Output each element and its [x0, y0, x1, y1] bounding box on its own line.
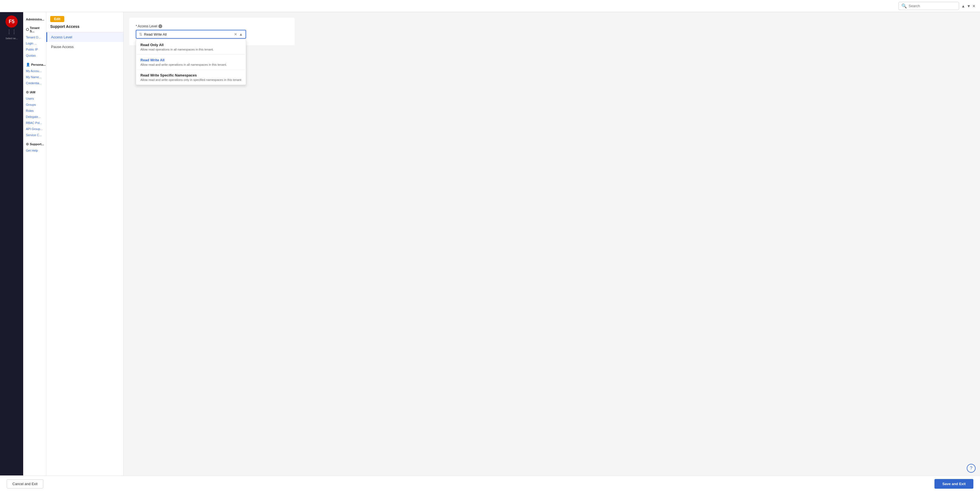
panel-nav-pause-access[interactable]: Pause Access [46, 42, 123, 52]
tenant-icon: ⬡ [26, 28, 29, 32]
sidebar-item-rbac-policies[interactable]: RBAC Pol... [23, 120, 46, 126]
search-icon: 🔍 [901, 3, 907, 8]
sidebar-item-my-namespaces[interactable]: My Name... [23, 74, 46, 80]
search-input[interactable] [908, 4, 956, 8]
top-bar-icons: ▲ ▼ ✕ [961, 4, 975, 8]
top-bar: 🔍 ▲ ▼ ✕ [0, 0, 980, 12]
info-icon[interactable]: i [158, 24, 162, 28]
option-read-only-all-desc: Allow read operations in all namespaces … [140, 48, 242, 51]
dropdown-option-read-only-all[interactable]: Read Only All Allow read operations in a… [136, 40, 246, 55]
personal-section: 👤 Persona... My Accou... My Name... Cred… [23, 61, 46, 86]
admin-header: Administra... [23, 16, 46, 22]
chevron-up-select-icon[interactable]: ▲ [239, 32, 243, 37]
sidebar-item-get-help[interactable]: Get Help [23, 147, 46, 153]
sidebar-item-users[interactable]: Users [23, 96, 46, 102]
left-nav: Administra... ⬡ Tenant S... Tenant O... … [23, 12, 46, 475]
cancel-button[interactable]: Cancel and Exit [6, 479, 43, 489]
dropdown-menu: Read Only All Allow read operations in a… [136, 39, 246, 85]
svg-text:F5: F5 [8, 19, 14, 24]
iam-section: ⊙ IAM Users Groups Roles Delegate... RBA… [23, 89, 46, 138]
dropdown-option-read-write-all[interactable]: Read Write All Allow read and write oper… [136, 55, 246, 70]
option-read-only-all-title: Read Only All [140, 43, 242, 47]
sidebar-item-roles[interactable]: Roles [23, 108, 46, 114]
personal-section-header: 👤 Persona... [23, 61, 46, 68]
option-read-write-specific-title: Read Write Specific Namespaces [140, 73, 242, 77]
sidebar-item-delegated-roles[interactable]: Delegate... [23, 114, 46, 120]
tenant-section: ⬡ Tenant S... Tenant O... Login ... Publ… [23, 25, 46, 59]
close-icon[interactable]: ✕ [972, 4, 975, 8]
main-content: * Access Level i ⇅ Read Write All ✕ ▲ Re… [124, 12, 980, 475]
panel-nav-access-level[interactable]: Access Level [46, 32, 123, 42]
sidebar-item-api-groups[interactable]: API Group... [23, 126, 46, 132]
sidebar: F5 ⋮⋮ Select se... [0, 12, 23, 475]
dropdown-option-read-write-specific[interactable]: Read Write Specific Namespaces Allow rea… [136, 70, 246, 85]
chevron-up-icon[interactable]: ▲ [961, 4, 965, 8]
select-input-display[interactable]: ⇅ Read Write All ✕ ▲ [136, 30, 246, 39]
support-section: ⊙ Support... Get Help [23, 141, 46, 153]
select-arrows-icon: ⇅ [139, 32, 142, 37]
edit-button[interactable]: Edit [50, 16, 64, 22]
option-read-write-all-title: Read Write All [140, 58, 242, 62]
iam-icon: ⊙ [26, 90, 29, 94]
sidebar-item-tenant-overview[interactable]: Tenant O... [23, 34, 46, 40]
support-access-panel: Edit Support Access Access Level Pause A… [46, 12, 124, 475]
sidebar-item-my-account[interactable]: My Accou... [23, 68, 46, 74]
tenant-section-header: ⬡ Tenant S... [23, 25, 46, 34]
form-area: * Access Level i ⇅ Read Write All ✕ ▲ Re… [129, 18, 295, 45]
sidebar-item-groups[interactable]: Groups [23, 102, 46, 108]
support-icon: ⊙ [26, 142, 29, 146]
sidebar-item-public-ip[interactable]: Public IP [23, 46, 46, 53]
sidebar-item-service-credentials[interactable]: Service C... [23, 132, 46, 138]
sidebar-select-label: Select se... [6, 37, 18, 40]
access-level-label: * Access Level i [136, 24, 288, 28]
iam-section-header: ⊙ IAM [23, 89, 46, 96]
support-section-header: ⊙ Support... [23, 141, 46, 147]
chevron-down-icon[interactable]: ▼ [967, 4, 970, 8]
clear-icon[interactable]: ✕ [234, 32, 237, 37]
grid-icon[interactable]: ⋮⋮ [6, 29, 17, 35]
main-layout: F5 ⋮⋮ Select se... Administra... ⬡ Tenan… [0, 12, 980, 475]
sidebar-item-credentials[interactable]: Credentia... [23, 80, 46, 86]
help-icon[interactable]: ? [967, 464, 975, 473]
option-read-write-specific-desc: Allow read and write operations only in … [140, 78, 242, 81]
search-box[interactable]: 🔍 [898, 2, 959, 10]
access-level-select[interactable]: ⇅ Read Write All ✕ ▲ Read Only All Allow… [136, 30, 246, 39]
option-read-write-all-desc: Allow read and write operations in all n… [140, 63, 242, 66]
sidebar-item-quotas[interactable]: Quotas [23, 53, 46, 59]
sidebar-item-login[interactable]: Login ... [23, 40, 46, 46]
panel-title: Support Access [46, 24, 123, 32]
select-value: Read Write All [144, 32, 232, 37]
save-button[interactable]: Save and Exit [934, 479, 974, 489]
f5-logo[interactable]: F5 [6, 16, 18, 29]
personal-icon: 👤 [26, 63, 30, 67]
bottom-bar: Cancel and Exit Save and Exit [0, 475, 980, 492]
